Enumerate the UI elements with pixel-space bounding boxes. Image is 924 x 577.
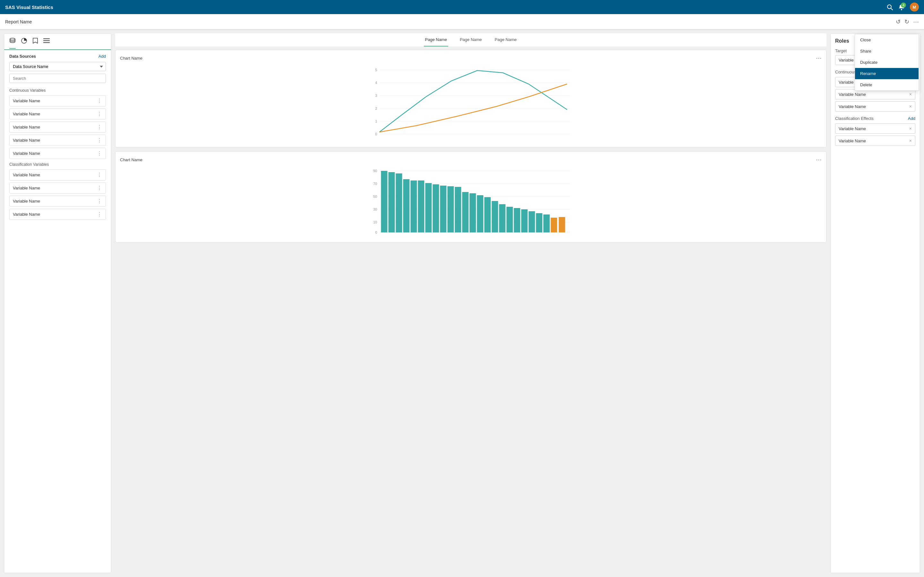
left-panel-tabs (4, 34, 111, 50)
notification-bell[interactable]: 4 (898, 4, 905, 10)
menu-item-duplicate[interactable]: Duplicate (855, 57, 919, 68)
variable-menu-icon[interactable]: ⋮ (97, 185, 102, 191)
variable-name: Variable Name (13, 185, 40, 190)
svg-rect-37 (425, 183, 432, 232)
list-tab-icon[interactable] (43, 38, 50, 47)
menu-item-share[interactable]: Share (855, 45, 919, 57)
variable-name: Variable Name (13, 125, 40, 129)
left-panel: Data Sources Add Data Source Name Contin… (4, 33, 111, 573)
menu-item-close[interactable]: Close (855, 34, 919, 45)
variable-menu-icon[interactable]: ⋮ (97, 198, 102, 204)
svg-rect-54 (551, 218, 557, 232)
continuous-variables-list: Variable Name ⋮ Variable Name ⋮ Variable… (9, 95, 106, 159)
list-item: Variable Name ⋮ (9, 108, 106, 119)
svg-rect-45 (485, 197, 491, 232)
bar-chart-area: 90 70 50 30 10 0 (120, 166, 822, 238)
variable-name: Variable Name (13, 138, 40, 143)
chart-options-icon[interactable]: ⋯ (816, 55, 822, 61)
variable-menu-icon[interactable]: ⋮ (97, 137, 102, 143)
menu-item-rename[interactable]: Rename (855, 68, 919, 79)
svg-rect-43 (470, 193, 476, 232)
variable-name: Variable Name (13, 172, 40, 177)
chart-card-header-bar: Chart Name ⋯ (120, 156, 822, 163)
redo-icon[interactable]: ↻ (905, 18, 909, 25)
list-item: Variable Name ⋮ (9, 135, 106, 146)
bookmark-tab-icon[interactable] (32, 37, 38, 48)
svg-rect-35 (411, 181, 417, 232)
svg-rect-53 (543, 214, 550, 232)
svg-text:0: 0 (375, 230, 377, 234)
chart-name-line: Chart Name (120, 56, 142, 61)
svg-point-0 (887, 5, 891, 9)
remove-classification-2-icon[interactable]: × (909, 138, 912, 143)
variable-menu-icon[interactable]: ⋮ (97, 98, 102, 104)
chart-card-bar: Chart Name ⋯ 90 70 50 30 10 0 (115, 151, 827, 243)
chart-tab-icon[interactable] (21, 37, 27, 48)
undo-icon[interactable]: ↺ (896, 18, 901, 25)
tab-page-3[interactable]: Page Name (493, 33, 518, 47)
list-item: Variable Name ⋮ (9, 195, 106, 207)
chart-options-icon-bar[interactable]: ⋯ (816, 156, 822, 163)
more-options-icon[interactable]: ⋯ (913, 18, 919, 25)
user-avatar[interactable]: M (910, 3, 919, 11)
page-tabs: Page Name Page Name Page Name (115, 33, 827, 47)
add-data-source-button[interactable]: Add (99, 54, 106, 59)
chart-name-bar: Chart Name (120, 157, 142, 162)
svg-text:90: 90 (373, 169, 377, 173)
svg-rect-36 (418, 181, 425, 232)
list-item: Variable Name ⋮ (9, 148, 106, 159)
tab-page-2[interactable]: Page Name (459, 33, 483, 47)
svg-rect-52 (536, 213, 543, 232)
nav-icons: 4 M (886, 3, 919, 11)
search-icon[interactable] (886, 3, 893, 11)
svg-rect-38 (433, 184, 439, 232)
svg-text:10: 10 (373, 220, 377, 224)
sub-header: Report Name ↺ ↻ ⋯ (0, 14, 924, 29)
bar-chart-svg: 90 70 50 30 10 0 (120, 166, 822, 237)
continuous-variables-label: Continuous Variables (9, 88, 106, 93)
data-sources-header: Data Sources Add (9, 54, 106, 59)
data-sources-label: Data Sources (9, 54, 36, 59)
list-item: Variable Name ⋮ (9, 209, 106, 220)
classification-variables-list: Variable Name ⋮ Variable Name ⋮ Variable… (9, 169, 106, 220)
classification-effect-1: Variable Name × (835, 123, 915, 134)
svg-rect-49 (514, 208, 520, 232)
remove-continuous-2-icon[interactable]: × (909, 92, 912, 97)
variable-name: Variable Name (13, 212, 40, 217)
variable-menu-icon[interactable]: ⋮ (97, 211, 102, 218)
svg-rect-39 (440, 185, 447, 232)
chart-card-header: Chart Name ⋯ (120, 55, 822, 61)
variable-menu-icon[interactable]: ⋮ (97, 150, 102, 156)
svg-text:3: 3 (375, 93, 377, 97)
svg-text:4: 4 (375, 81, 377, 85)
svg-text:1: 1 (375, 119, 377, 123)
svg-rect-50 (521, 210, 528, 232)
data-tab-icon[interactable] (9, 37, 16, 49)
svg-rect-41 (455, 187, 461, 232)
top-nav: SAS Visual Statistics 4 M (0, 0, 924, 14)
chart-card-line: Chart Name ⋯ 5 4 3 2 1 0 (115, 50, 827, 147)
variable-menu-icon[interactable]: ⋮ (97, 111, 102, 117)
report-name: Report Name (5, 19, 32, 24)
charts-area: Chart Name ⋯ 5 4 3 2 1 0 (115, 50, 827, 573)
add-classification-effects-button[interactable]: Add (908, 116, 915, 121)
svg-rect-32 (389, 172, 395, 232)
continuous-variable-3: Variable Name (838, 104, 866, 109)
line-chart-area: 5 4 3 2 1 0 (120, 65, 822, 143)
svg-rect-44 (477, 195, 483, 232)
variable-menu-icon[interactable]: ⋮ (97, 172, 102, 178)
svg-text:70: 70 (373, 182, 377, 185)
menu-item-delete[interactable]: Delete (855, 79, 919, 90)
svg-rect-31 (381, 171, 388, 232)
data-source-select[interactable]: Data Source Name (9, 62, 106, 71)
continuous-variable-2: Variable Name (838, 92, 866, 97)
search-input[interactable] (9, 74, 106, 83)
remove-continuous-3-icon[interactable]: × (909, 104, 912, 109)
tab-page-1[interactable]: Page Name (424, 33, 449, 47)
continuous-effect-3: Variable Name × (835, 101, 915, 111)
remove-classification-1-icon[interactable]: × (909, 126, 912, 131)
classification-effects-section: Classification Effects Add Variable Name… (835, 116, 915, 146)
right-panel: Roles Target Variable Name Continuous Ef… (830, 33, 920, 573)
variable-menu-icon[interactable]: ⋮ (97, 124, 102, 130)
svg-text:30: 30 (373, 207, 377, 211)
